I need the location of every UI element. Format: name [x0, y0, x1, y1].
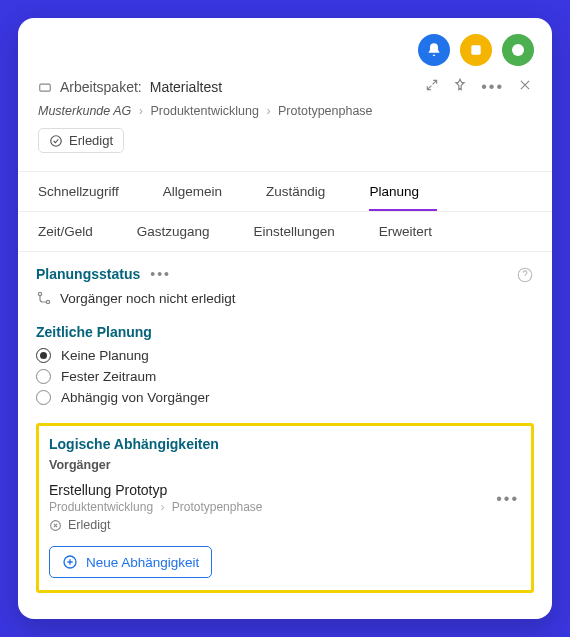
dependency-path-2: Prototypenphase — [172, 500, 263, 514]
top-actions — [18, 18, 552, 74]
close-icon[interactable] — [518, 78, 532, 96]
tab-planung[interactable]: Planung — [369, 172, 437, 211]
planungsstatus-row: Vorgänger noch nicht erledigt — [36, 290, 534, 306]
radio-label: Abhängig von Vorgänger — [61, 390, 210, 405]
title-prefix: Arbeitspaket: — [60, 79, 142, 95]
pin-icon[interactable] — [453, 78, 467, 96]
tab-erweitert[interactable]: Erweitert — [379, 212, 450, 251]
svg-point-5 — [38, 292, 41, 295]
plus-circle-icon — [62, 554, 78, 570]
tab-zeit-geld[interactable]: Zeit/Geld — [38, 212, 111, 251]
planungsstatus-heading: Planungsstatus — [36, 266, 140, 282]
add-dependency-label: Neue Abhängigkeit — [86, 555, 199, 570]
svg-point-6 — [46, 300, 49, 303]
status-chip[interactable]: Erledigt — [38, 128, 124, 153]
tab-row-1: Schnellzugriff Allgemein Zuständig Planu… — [18, 172, 552, 212]
status-label: Erledigt — [69, 133, 113, 148]
tab-zustaendig[interactable]: Zuständig — [266, 172, 343, 211]
dependency-icon — [36, 290, 52, 306]
radio-label: Keine Planung — [61, 348, 149, 363]
logische-heading: Logische Abhängigkeiten — [49, 436, 219, 452]
card-icon — [38, 80, 52, 94]
title-name: Materialtest — [150, 79, 222, 95]
radio-dot-icon — [36, 369, 51, 384]
body: Planungsstatus ••• Vorgänger noch nicht … — [18, 252, 552, 619]
time-button[interactable] — [502, 34, 534, 66]
tab-row-2: Zeit/Geld Gastzugang Einstellungen Erwei… — [18, 212, 552, 251]
breadcrumb-org[interactable]: Musterkunde AG — [38, 104, 131, 118]
header-actions: ••• — [425, 78, 532, 96]
header: Arbeitspaket: Materialtest ••• Musterkun… — [18, 74, 552, 153]
tab-allgemein[interactable]: Allgemein — [163, 172, 240, 211]
bell-icon — [426, 42, 442, 58]
notifications-button[interactable] — [418, 34, 450, 66]
section-logische-abhaengigkeiten: Logische Abhängigkeiten Vorgänger Erstel… — [36, 423, 534, 593]
tab-einstellungen[interactable]: Einstellungen — [254, 212, 353, 251]
dependency-item[interactable]: Erstellung Prototyp Produktentwicklung ›… — [49, 482, 521, 532]
clock-icon — [510, 42, 526, 58]
more-icon[interactable]: ••• — [481, 78, 504, 96]
x-circle-icon — [49, 519, 62, 532]
logische-subtitle: Vorgänger — [49, 458, 521, 472]
section-zeitliche-planung: Zeitliche Planung Keine Planung Fester Z… — [36, 324, 534, 405]
tab-schnellzugriff[interactable]: Schnellzugriff — [38, 172, 137, 211]
planungsstatus-text: Vorgänger noch nicht erledigt — [60, 291, 236, 306]
tabs: Schnellzugriff Allgemein Zuständig Planu… — [18, 171, 552, 252]
svg-point-3 — [51, 135, 62, 146]
breadcrumb-item-2[interactable]: Prototypenphase — [278, 104, 373, 118]
dependency-title: Erstellung Prototyp — [49, 482, 521, 498]
radio-label: Fester Zeitraum — [61, 369, 156, 384]
dependency-status-label: Erledigt — [68, 518, 110, 532]
add-dependency-button[interactable]: Neue Abhängigkeit — [49, 546, 212, 578]
tab-gastzugang[interactable]: Gastzugang — [137, 212, 228, 251]
notes-button[interactable] — [460, 34, 492, 66]
check-circle-icon — [49, 134, 63, 148]
svg-rect-0 — [471, 45, 480, 54]
planungsstatus-more-icon[interactable]: ••• — [150, 266, 171, 282]
dependency-status: Erledigt — [49, 518, 521, 532]
help-icon[interactable] — [516, 266, 534, 288]
note-icon — [468, 42, 484, 58]
radio-fester-zeitraum[interactable]: Fester Zeitraum — [36, 369, 534, 384]
zeitliche-planung-heading: Zeitliche Planung — [36, 324, 152, 340]
radio-dot-icon — [36, 348, 51, 363]
breadcrumb: Musterkunde AG › Produktentwicklung › Pr… — [38, 104, 532, 118]
expand-icon[interactable] — [425, 78, 439, 96]
window: Arbeitspaket: Materialtest ••• Musterkun… — [18, 18, 552, 619]
radio-dot-icon — [36, 390, 51, 405]
radio-group-time: Keine Planung Fester Zeitraum Abhängig v… — [36, 348, 534, 405]
radio-abhaengig[interactable]: Abhängig von Vorgänger — [36, 390, 534, 405]
dependency-path-1: Produktentwicklung — [49, 500, 153, 514]
radio-keine-planung[interactable]: Keine Planung — [36, 348, 534, 363]
svg-rect-2 — [40, 84, 51, 91]
breadcrumb-item-1[interactable]: Produktentwicklung — [150, 104, 258, 118]
dependency-more-icon[interactable]: ••• — [496, 490, 519, 508]
dependency-path: Produktentwicklung › Prototypenphase — [49, 500, 521, 514]
section-planungsstatus: Planungsstatus ••• — [36, 266, 516, 282]
